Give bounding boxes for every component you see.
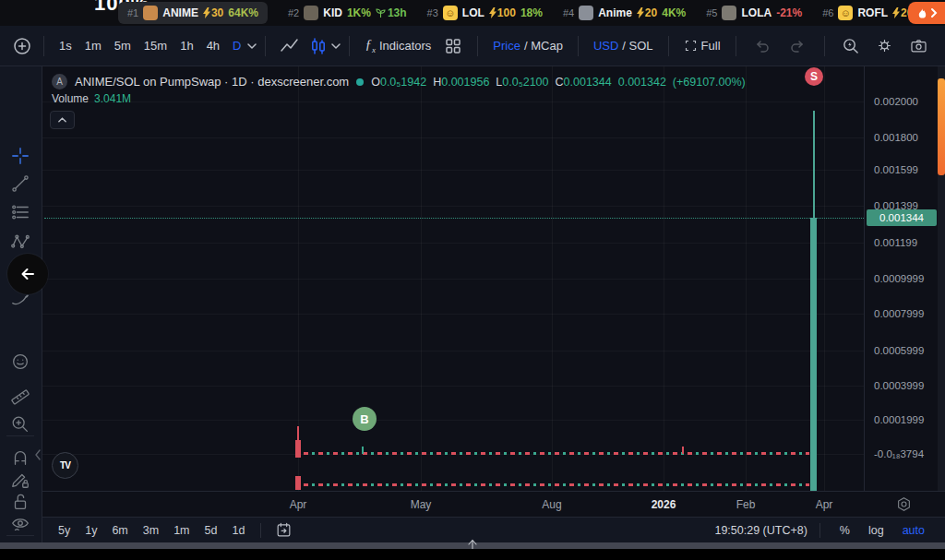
price-toggle-active[interactable]: Price	[493, 39, 520, 53]
trending-bar: 100% #1 ANIME 30 64K% #2 KID 1K% 13h #3 …	[0, 0, 945, 26]
range-3m[interactable]: 3m	[136, 524, 166, 537]
sidebar-collapse-handle[interactable]	[34, 448, 42, 465]
crosshair-tool[interactable]	[7, 143, 33, 169]
token-change: 64K%	[228, 6, 258, 19]
sprout-icon	[376, 8, 386, 18]
auto-scale-button[interactable]: auto	[895, 524, 932, 537]
window-resize-handle[interactable]	[0, 542, 945, 549]
ohlc-values: O0.0₅1942 H0.001956 L0.0₅2100 C0.001344 …	[371, 76, 746, 89]
token-age: 13h	[376, 6, 407, 19]
interval-1d-active[interactable]: D	[226, 39, 247, 53]
symbol-title[interactable]: ANIME/SOL on PumpSwap · 1D · dexscreener…	[75, 75, 349, 89]
boost-count: 100	[489, 6, 516, 19]
pane-collapse-button[interactable]	[50, 111, 75, 129]
fullscreen-icon	[684, 39, 698, 53]
go-to-date-button[interactable]	[269, 521, 298, 539]
sol-toggle[interactable]: / SOL	[622, 39, 652, 53]
range-5d[interactable]: 5d	[197, 524, 225, 537]
chart-toolbar: 1s 1m 5m 15m 1h 4h D ƒx Indicators Price…	[0, 26, 945, 66]
range-5y[interactable]: 5y	[51, 524, 78, 537]
gear-icon	[876, 37, 893, 54]
settings-button[interactable]	[867, 37, 902, 54]
lightning-icon	[203, 7, 210, 18]
mcap-toggle[interactable]: / MCap	[524, 39, 563, 53]
token-name: LOLA	[741, 6, 772, 19]
spike-candle-body	[810, 218, 817, 491]
range-1m[interactable]: 1m	[166, 524, 197, 537]
chart-type-menu-chevron[interactable]	[331, 42, 341, 50]
toolbar-separator	[349, 36, 350, 56]
redo-button[interactable]	[780, 40, 815, 53]
log-scale-button[interactable]: log	[861, 524, 891, 537]
boost-cta-button[interactable]	[908, 2, 945, 24]
quick-search-button[interactable]	[833, 37, 867, 54]
line-chart-type-button[interactable]	[274, 38, 305, 54]
price-mcap-toggle[interactable]: Price / MCap	[486, 39, 569, 53]
trending-token-lola[interactable]: #5 LOLA -21%	[706, 2, 802, 24]
token-name: ANIME	[162, 6, 198, 19]
usd-toggle-active[interactable]: USD	[593, 39, 618, 53]
chevron-down-icon	[247, 42, 257, 50]
interval-menu-chevron[interactable]	[247, 42, 257, 50]
interval-15m[interactable]: 15m	[138, 39, 173, 53]
zoom-in-tool[interactable]	[7, 411, 33, 437]
usd-sol-toggle[interactable]: USD / SOL	[587, 39, 660, 53]
hide-drawings-tool[interactable]	[7, 511, 33, 537]
drawing-tools-sidebar	[0, 66, 42, 542]
interval-1m[interactable]: 1m	[78, 39, 108, 53]
candle-chart-type-button[interactable]	[305, 37, 331, 55]
current-price-line	[44, 218, 864, 219]
tradingview-logo[interactable]: TV	[52, 452, 78, 479]
spike-candle	[813, 111, 815, 220]
token-rank: #5	[706, 7, 717, 18]
token-icon	[304, 6, 318, 20]
time-axis-label: Apr	[290, 498, 307, 511]
range-1y[interactable]: 1y	[78, 524, 104, 537]
toolbar-separator	[668, 36, 669, 56]
toolbar-separator	[260, 523, 261, 538]
axis-settings-button[interactable]	[896, 496, 912, 516]
axis-gear-icon	[896, 496, 912, 512]
search-lightning-icon	[842, 37, 859, 54]
horizontal-lines-tool[interactable]	[7, 199, 33, 225]
trend-line-tool[interactable]	[7, 171, 33, 197]
redo-icon	[789, 40, 806, 53]
indicators-button[interactable]: ƒx Indicators	[358, 37, 437, 54]
time-axis-label: 2026	[652, 498, 676, 511]
chevron-down-icon	[331, 42, 341, 50]
emoji-tool[interactable]	[7, 349, 33, 375]
time-axis[interactable]: Apr May Aug 2026 Feb Apr	[42, 491, 945, 517]
trending-token-lol[interactable]: #3 ☺ LOL 100 18%	[427, 2, 543, 24]
interval-1s[interactable]: 1s	[53, 39, 78, 53]
interval-4h[interactable]: 4h	[200, 39, 226, 53]
time-axis-label: Feb	[736, 498, 756, 511]
range-1d[interactable]: 1d	[224, 524, 252, 537]
token-change: 4K%	[662, 6, 686, 19]
toolbar-separator	[824, 36, 825, 56]
page-scrollbar[interactable]	[938, 66, 945, 491]
symbol-add-button[interactable]	[9, 37, 35, 55]
layout-grid-button[interactable]	[437, 38, 469, 54]
interval-1h[interactable]: 1h	[173, 39, 199, 53]
interval-5m[interactable]: 5m	[108, 39, 138, 53]
clock-display[interactable]: 19:50:29 (UTC+8)	[714, 524, 807, 537]
xabcd-pattern-tool[interactable]	[7, 229, 33, 255]
screenshot-button[interactable]	[902, 38, 936, 54]
scrollbar-thumb[interactable]	[938, 78, 945, 175]
token-change: 1K%	[347, 6, 371, 19]
trending-token-anime[interactable]: #1 ANIME 30 64K%	[118, 2, 268, 24]
measure-tool[interactable]	[7, 384, 33, 410]
trending-token-anime2[interactable]: #4 Anime 20 4K%	[563, 2, 686, 24]
chevron-right-icon	[930, 7, 938, 18]
range-6m[interactable]: 6m	[104, 524, 135, 537]
chart-canvas[interactable]: B S 0.002000 0.001800 0.001599 0.001399 …	[42, 66, 945, 491]
token-rank: #6	[822, 7, 833, 18]
screen-bottom-edge	[0, 549, 945, 560]
undo-button[interactable]	[745, 40, 780, 53]
trending-token-kid[interactable]: #2 KID 1K% 13h	[288, 2, 407, 24]
fullscreen-button[interactable]: Full	[677, 39, 727, 53]
sidebar-chart-divider	[42, 66, 42, 542]
back-button-overlay[interactable]	[7, 254, 48, 294]
percent-scale-button[interactable]: %	[832, 524, 857, 537]
chevron-up-icon	[57, 116, 67, 124]
